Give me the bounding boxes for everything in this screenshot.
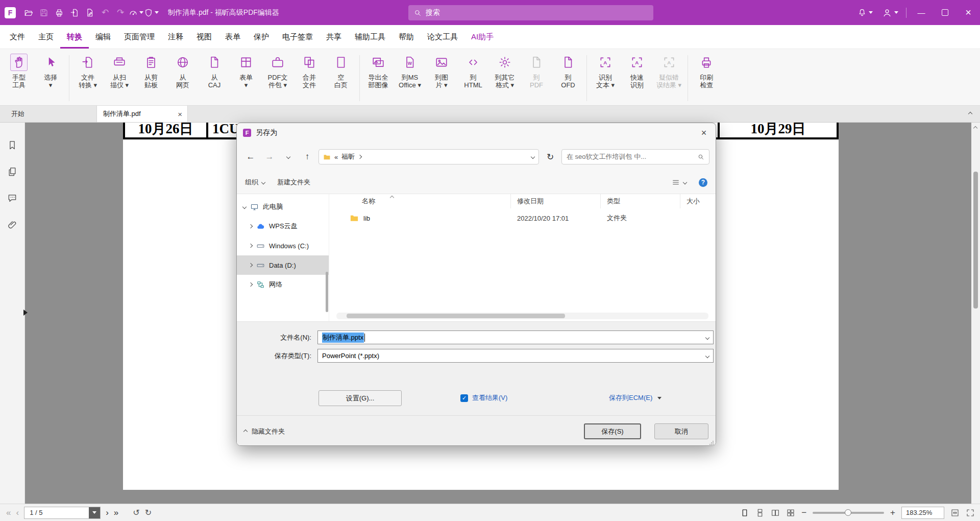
refresh-button[interactable]: ↻ — [543, 149, 558, 164]
menu-accessibility[interactable]: 辅助工具 — [348, 25, 392, 49]
filetype-select[interactable]: PowerPoint (*.pptx) — [317, 349, 714, 363]
cancel-button[interactable]: 取消 — [654, 423, 708, 439]
filename-input[interactable]: 制作清单.pptx — [317, 330, 714, 344]
caret-down-icon[interactable] — [657, 397, 662, 399]
menu-edit[interactable]: 编辑 — [89, 25, 117, 49]
fullscreen-icon[interactable] — [966, 508, 975, 517]
address-dropdown-icon[interactable] — [531, 155, 535, 159]
tool-ocr-text[interactable]: 识别 文本 ▾ — [590, 53, 621, 89]
save-to-ecm-group[interactable]: 保存到ECM(E) — [609, 393, 662, 402]
tree-scrollbar-thumb[interactable] — [326, 272, 328, 312]
tool-to-html[interactable]: 到 HTML — [457, 53, 489, 89]
tool-hand[interactable]: 手型 工具 — [3, 53, 35, 89]
column-header-size[interactable]: 大小 — [680, 194, 716, 208]
hide-folders-button[interactable]: 隐藏文件夹 — [244, 427, 285, 436]
export-button[interactable] — [67, 4, 82, 21]
menu-form[interactable]: 表单 — [218, 25, 247, 49]
expander-right-icon[interactable] — [249, 282, 253, 287]
tab-close-icon[interactable]: × — [178, 110, 182, 119]
tab-start[interactable]: 开始 — [0, 106, 97, 122]
save-confirm-button[interactable]: 保存(S) — [584, 423, 641, 439]
tree-item-wps-cloud[interactable]: WPS云盘 — [237, 217, 329, 236]
previous-view-icon[interactable]: ↺ — [133, 508, 139, 517]
tool-blank-page[interactable]: 空 白页 — [325, 53, 357, 89]
save-button[interactable] — [36, 4, 52, 21]
account-button[interactable] — [877, 0, 903, 25]
tree-item-data-d[interactable]: Data (D:) — [237, 255, 329, 275]
scroll-up-icon[interactable] — [973, 126, 977, 130]
dialog-title-bar[interactable]: F 另存为 × — [237, 123, 716, 143]
dialog-search-input[interactable]: 在 seo软文工作培训包 中... — [561, 149, 709, 164]
column-header-type[interactable]: 类型 — [601, 194, 680, 208]
tool-from-scanner[interactable]: 从扫 描仪 ▾ — [104, 53, 135, 89]
menu-home[interactable]: 主页 — [32, 25, 60, 49]
comments-icon[interactable] — [7, 193, 17, 203]
edit-doc-button[interactable] — [82, 4, 97, 21]
page-thumbnails-icon[interactable] — [7, 167, 17, 177]
tool-print-check[interactable]: 印刷 检查 — [691, 53, 722, 89]
tool-to-ofd[interactable]: 到 OFD — [552, 53, 584, 89]
redo-button[interactable]: ↷ — [113, 4, 128, 21]
tool-from-caj[interactable]: 从 CAJ — [199, 53, 230, 89]
tree-item-this-pc[interactable]: 此电脑 — [237, 197, 329, 217]
collapse-ribbon-icon[interactable] — [968, 112, 972, 116]
breadcrumb-folder[interactable]: 福昕 — [341, 152, 355, 161]
dialog-close-button[interactable]: × — [692, 123, 716, 143]
panel-expand-arrow-icon[interactable] — [23, 310, 28, 316]
menu-comment[interactable]: 注释 — [161, 25, 190, 49]
tool-combine-files[interactable]: 合并 文件 — [293, 53, 325, 89]
new-folder-button[interactable]: 新建文件夹 — [277, 178, 310, 187]
bookmark-icon[interactable] — [7, 140, 17, 150]
tool-select[interactable]: 选择 ▾ — [35, 53, 66, 89]
menu-convert[interactable]: 转换 — [60, 25, 89, 49]
recent-locations-button[interactable] — [281, 149, 296, 164]
view-mode-button[interactable] — [672, 178, 687, 186]
column-header-date[interactable]: 修改日期 — [511, 194, 601, 208]
scrollbar-thumb[interactable] — [347, 314, 565, 318]
organize-button[interactable]: 组织 — [245, 178, 265, 187]
checkbox-checked-icon[interactable]: ✓ — [460, 394, 468, 402]
vertical-scrollbar[interactable] — [971, 123, 980, 504]
previous-page-button[interactable]: ‹ — [16, 508, 19, 517]
last-page-button[interactable]: » — [114, 508, 118, 517]
zoom-in-button[interactable]: + — [890, 508, 895, 518]
menu-page-organize[interactable]: 页面管理 — [117, 25, 161, 49]
expander-right-icon[interactable] — [249, 244, 253, 248]
file-row-lib[interactable]: lib 2022/10/20 17:01 文件夹 — [329, 208, 716, 228]
tool-from-clipboard[interactable]: 从剪 贴板 — [135, 53, 167, 89]
settings-button[interactable]: 设置(G)... — [318, 390, 402, 406]
scrollbar-thumb[interactable] — [973, 172, 978, 309]
maximize-button[interactable] — [933, 0, 957, 25]
undo-button[interactable]: ↶ — [97, 4, 113, 21]
menu-share[interactable]: 共享 — [320, 25, 348, 49]
next-page-button[interactable]: › — [106, 508, 109, 517]
tool-quick-ocr[interactable]: 快速 识别 — [621, 53, 653, 89]
chevron-down-icon[interactable] — [705, 335, 709, 339]
tool-form[interactable]: 表单 ▾ — [230, 53, 262, 89]
column-header-name[interactable]: 名称 — [329, 194, 511, 208]
zoom-slider[interactable] — [813, 512, 884, 514]
address-bar[interactable]: « 福昕 — [318, 149, 539, 164]
expander-right-icon[interactable] — [249, 263, 253, 267]
zoom-level-input[interactable]: 183.25% — [901, 507, 944, 519]
tool-export-all-images[interactable]: 导出全 部图像 — [362, 53, 394, 89]
horizontal-scrollbar[interactable] — [336, 313, 708, 319]
tool-to-ms-office[interactable]: 到MS Office ▾ — [394, 53, 426, 89]
menu-view[interactable]: 视图 — [190, 25, 218, 49]
back-button[interactable]: ← — [243, 149, 258, 164]
global-search-input[interactable]: 搜索 — [408, 5, 653, 20]
protect-tools-button[interactable] — [143, 4, 159, 21]
menu-protect[interactable]: 保护 — [247, 25, 276, 49]
close-button[interactable]: × — [957, 0, 980, 25]
continuous-view-icon[interactable] — [755, 508, 765, 517]
zoom-slider-thumb[interactable] — [845, 509, 851, 516]
print-button[interactable] — [52, 4, 67, 21]
single-page-view-icon[interactable] — [740, 508, 749, 517]
menu-esign[interactable]: 电子签章 — [276, 25, 320, 49]
expander-right-icon[interactable] — [249, 224, 253, 228]
tree-item-windows-c[interactable]: Windows (C:) — [237, 236, 329, 255]
menu-ai-assistant[interactable]: AI助手 — [464, 25, 500, 49]
zoom-out-button[interactable]: − — [801, 508, 806, 518]
menu-help[interactable]: 帮助 — [392, 25, 421, 49]
minimize-button[interactable]: — — [910, 0, 933, 25]
